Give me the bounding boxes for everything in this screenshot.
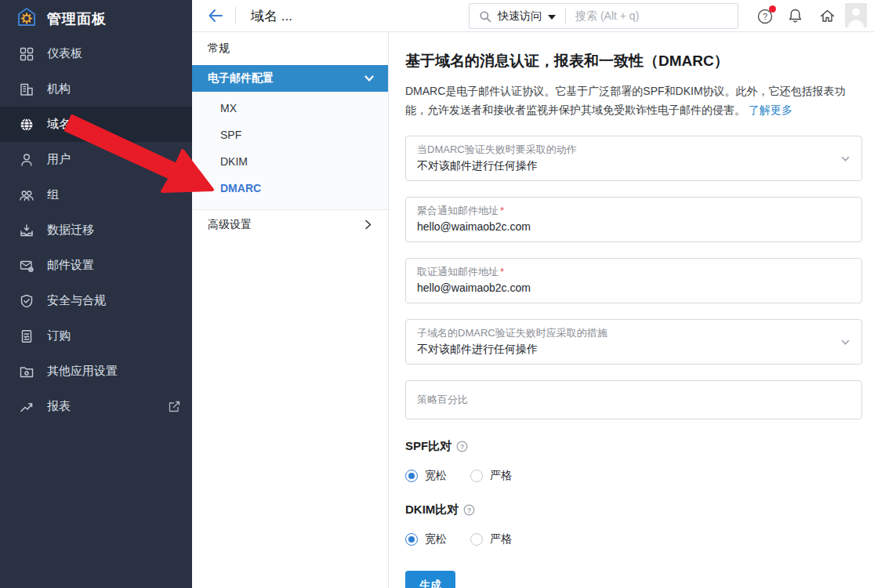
- sidebar-item-reports[interactable]: 报表: [0, 389, 192, 424]
- sidebar-item-users[interactable]: 用户: [0, 142, 192, 177]
- sidebar-item-label: 报表: [47, 399, 71, 414]
- shield-check-icon: [19, 293, 34, 309]
- field-label: 当DMARC验证失败时要采取的动作: [417, 143, 830, 157]
- dmarc-page-title: 基于域名的消息认证，报表和一致性（DMARC）: [405, 51, 862, 71]
- notification-badge: [769, 5, 776, 13]
- subnav-item-dmarc[interactable]: DMARC: [192, 175, 388, 201]
- spf-alignment-radio-group: 宽松 严格: [405, 469, 862, 483]
- sidebar-item-other-app-settings[interactable]: 其他应用设置: [0, 354, 192, 389]
- mail-settings-icon: [19, 258, 34, 274]
- group-icon: [19, 187, 34, 203]
- quick-access-dropdown[interactable]: 快速访问: [498, 9, 542, 24]
- sidebar-item-label: 邮件设置: [47, 258, 94, 273]
- spf-relaxed-option[interactable]: 宽松: [405, 469, 447, 483]
- sidebar-item-security-compliance[interactable]: 安全与合规: [0, 283, 192, 318]
- generate-button[interactable]: 生成: [405, 571, 455, 588]
- field-value: 不对该邮件进行任何操作: [417, 342, 830, 357]
- field-label: 策略百分比: [417, 393, 850, 407]
- subnav-email-config-label: 电子邮件配置: [208, 71, 274, 85]
- field-value: hello@waimaob2c.com: [417, 220, 830, 234]
- dkim-alignment-radio-group: 宽松 严格: [405, 532, 862, 546]
- svg-text:?: ?: [460, 443, 464, 451]
- bell-icon[interactable]: [786, 7, 804, 25]
- admin-panel-app: 管理面板 仪表板 机构: [0, 0, 874, 588]
- home-icon[interactable]: [818, 7, 836, 25]
- data-migration-icon: [19, 223, 34, 238]
- search-bar[interactable]: 快速访问 搜索 (Alt + q): [469, 3, 738, 29]
- radio-unselected-icon[interactable]: [470, 470, 483, 482]
- sidebar-item-groups[interactable]: 组: [0, 177, 192, 212]
- policy-percentage-field[interactable]: 策略百分比: [405, 380, 862, 419]
- dmarc-fail-action-select[interactable]: 当DMARC验证失败时要采取的动作 不对该邮件进行任何操作: [405, 136, 862, 181]
- section-title-text: SPF比对: [405, 439, 452, 454]
- email-config-submenu: MX SPF DKIM DMARC: [192, 92, 388, 210]
- admin-panel-logo-icon: [16, 6, 38, 31]
- search-divider: [565, 9, 566, 24]
- reports-trend-icon: [19, 399, 34, 415]
- chevron-right-icon: [362, 219, 374, 230]
- page-title: 域名 ...: [251, 7, 292, 25]
- dashboard-icon: [19, 46, 34, 62]
- dkim-alignment-section-title: DKIM比对 ?: [405, 503, 862, 517]
- field-label: 子域名的DMARC验证失败时应采取的措施: [417, 326, 830, 340]
- advanced-settings-label: 高级设置: [208, 218, 252, 232]
- radio-label: 严格: [490, 532, 512, 546]
- aggregate-report-email-field[interactable]: 聚合通知邮件地址* hello@waimaob2c.com: [405, 197, 862, 242]
- organization-icon: [19, 82, 34, 97]
- sidebar-item-organization[interactable]: 机构: [0, 71, 192, 107]
- dmarc-description: DMARC是电子邮件认证协议。它基于广泛部署的SPF和DKIM协议。此外，它还包…: [405, 82, 860, 119]
- subnav-item-advanced-settings[interactable]: 高级设置: [192, 210, 388, 240]
- svg-text:?: ?: [467, 506, 471, 514]
- sidebar-item-subscription[interactable]: 订购: [0, 318, 192, 354]
- sidebar-item-label: 其他应用设置: [47, 364, 118, 379]
- subnav-item-mx[interactable]: MX: [192, 95, 388, 122]
- document-icon: [19, 328, 34, 344]
- sidebar-item-dashboard[interactable]: 仪表板: [0, 36, 192, 71]
- sidebar-item-label: 机构: [47, 82, 71, 96]
- field-label: 聚合通知邮件地址: [417, 205, 499, 216]
- external-link-icon[interactable]: [168, 400, 181, 413]
- globe-icon: [19, 117, 34, 132]
- sidebar-item-label: 订购: [47, 328, 71, 343]
- sidebar-item-domains[interactable]: 域名: [0, 107, 192, 142]
- radio-label: 宽松: [425, 469, 447, 483]
- subdomain-fail-action-select[interactable]: 子域名的DMARC验证失败时应采取的措施 不对该邮件进行任何操作: [405, 319, 862, 365]
- radio-selected-icon[interactable]: [405, 470, 418, 482]
- field-value: hello@waimaob2c.com: [417, 281, 830, 296]
- subnav-item-email-configuration[interactable]: 电子邮件配置: [192, 65, 388, 92]
- help-circle-icon[interactable]: ?: [456, 441, 468, 452]
- radio-label: 宽松: [425, 532, 447, 546]
- sidebar-nav: 仪表板 机构: [0, 36, 192, 424]
- svg-text:?: ?: [763, 12, 767, 21]
- search-input[interactable]: 搜索 (Alt + q): [575, 9, 639, 24]
- sidebar-item-label: 安全与合规: [47, 293, 106, 308]
- forensic-report-email-field[interactable]: 取证通知邮件地址* hello@waimaob2c.com: [405, 258, 862, 303]
- required-marker: *: [500, 266, 504, 278]
- sidebar-item-data-migration[interactable]: 数据迁移: [0, 212, 192, 248]
- sidebar-item-mail-settings[interactable]: 邮件设置: [0, 248, 192, 283]
- learn-more-link[interactable]: 了解更多: [749, 103, 792, 116]
- help-circle-icon[interactable]: ?: [463, 504, 475, 516]
- subnav-item-spf[interactable]: SPF: [192, 122, 388, 148]
- radio-selected-icon[interactable]: [405, 533, 418, 546]
- help-icon[interactable]: ?: [756, 7, 774, 25]
- user-icon: [19, 152, 34, 168]
- dropdown-caret-icon[interactable]: [548, 15, 556, 20]
- subnav-item-general[interactable]: 常规: [192, 32, 388, 65]
- sidebar-item-label: 用户: [47, 152, 71, 167]
- select-chevron-icon: [840, 153, 851, 165]
- dmarc-settings-panel: 基于域名的消息认证，报表和一致性（DMARC） DMARC是电子邮件认证协议。它…: [389, 32, 874, 588]
- topbar-divider: [235, 7, 236, 24]
- dkim-strict-option[interactable]: 严格: [470, 532, 512, 546]
- back-arrow-icon[interactable]: [206, 6, 225, 25]
- select-chevron-icon: [840, 336, 851, 348]
- chevron-down-icon: [363, 72, 375, 85]
- dkim-relaxed-option[interactable]: 宽松: [405, 532, 447, 546]
- section-title-text: DKIM比对: [405, 503, 459, 517]
- radio-unselected-icon[interactable]: [470, 533, 483, 546]
- spf-alignment-section-title: SPF比对 ?: [405, 439, 862, 454]
- subnav-item-dkim[interactable]: DKIM: [192, 148, 388, 175]
- spf-strict-option[interactable]: 严格: [470, 469, 512, 483]
- user-avatar[interactable]: [845, 3, 867, 27]
- search-icon: [479, 10, 491, 23]
